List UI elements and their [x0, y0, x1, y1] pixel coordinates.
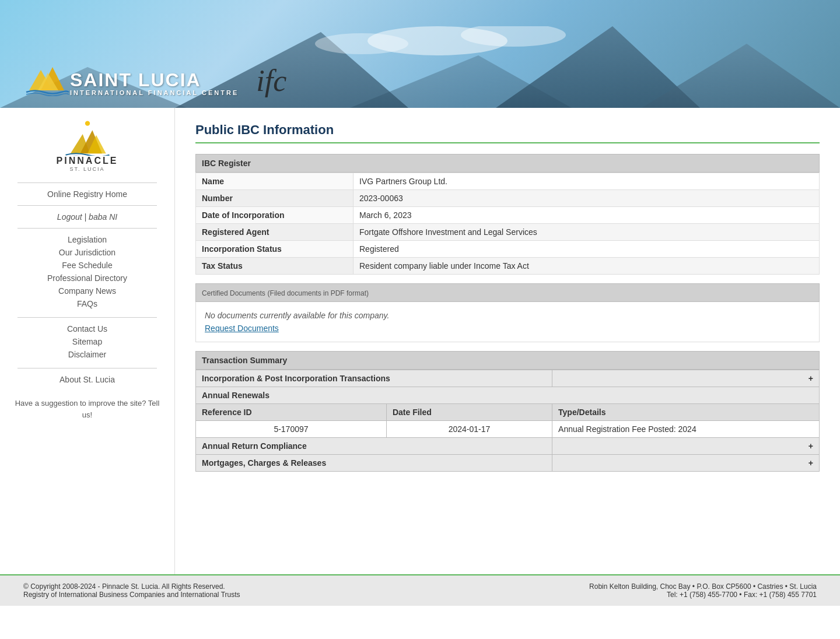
cell-date-filed: 2024-01-17: [386, 421, 552, 438]
svg-point-11: [85, 121, 89, 125]
request-docs-link[interactable]: Request Documents: [205, 324, 810, 333]
org-name: SAINT LUCIA: [70, 71, 239, 89]
footer-address: Robin Kelton Building, Choc Bay • P.O. B…: [589, 582, 817, 591]
logo-area: SAINT LUCIA INTERNATIONAL FINANCIAL CENT…: [23, 58, 286, 96]
inc-post-label: Incorporation & Post Incorporation Trans…: [196, 370, 552, 387]
org-subtitle: INTERNATIONAL FINANCIAL CENTRE: [70, 89, 239, 96]
field-value: Registered: [354, 241, 820, 258]
pinnacle-header-icon: [23, 58, 70, 96]
footer-registry: Registry of International Business Compa…: [23, 591, 240, 599]
col-type-details: Type/Details: [552, 404, 820, 421]
content-area: Public IBC Information IBC Register Name…: [175, 108, 840, 574]
field-label: Tax Status: [196, 258, 354, 275]
field-label: Number: [196, 190, 354, 207]
sidebar-logout-area: Logout | baba NI: [57, 210, 117, 223]
svg-marker-2: [642, 44, 840, 108]
sidebar-online-registry[interactable]: Online Registry Home: [47, 188, 127, 201]
annual-return-label: Annual Return Compliance: [196, 438, 552, 455]
ibc-field-row: Date of IncorporationMarch 6, 2023: [196, 207, 820, 224]
sidebar-suggestion: Have a suggestion to improve the site? T…: [0, 386, 174, 420]
inc-post-row: Incorporation & Post Incorporation Trans…: [196, 370, 820, 387]
main-wrapper: PINNACLE ST. LUCIA Online Registry Home …: [0, 108, 840, 574]
header: SAINT LUCIA INTERNATIONAL FINANCIAL CENT…: [0, 0, 840, 108]
certified-docs-sub: (Filed documents in PDF format): [268, 289, 369, 297]
sidebar-item-contact-us[interactable]: Contact Us: [67, 322, 107, 335]
logout-separator: |: [85, 212, 89, 222]
field-label: Date of Incorporation: [196, 207, 354, 224]
sidebar-item-faqs[interactable]: FAQs: [77, 297, 97, 310]
sidebar-logo-text: PINNACLE: [57, 156, 118, 166]
footer-tel: Tel: +1 (758) 455-7700 • Fax: +1 (758) 4…: [589, 591, 817, 599]
sidebar-divider-4: [18, 317, 157, 318]
sidebar-item-professional-directory[interactable]: Professional Directory: [47, 272, 127, 285]
no-docs-text: No documents currently available for thi…: [205, 311, 389, 320]
cell-ref-id: 5-170097: [196, 421, 387, 438]
field-value: Resident company liable under Income Tax…: [354, 258, 820, 275]
sidebar-divider-5: [18, 368, 157, 368]
field-value: 2023-00063: [354, 190, 820, 207]
field-value: March 6, 2023: [354, 207, 820, 224]
footer: © Copyright 2008-2024 - Pinnacle St. Luc…: [0, 574, 840, 606]
table-col-headers: Reference ID Date Filed Type/Details: [196, 404, 820, 421]
ibc-field-row: Incorporation StatusRegistered: [196, 241, 820, 258]
sidebar-item-sitemap[interactable]: Sitemap: [72, 335, 102, 348]
field-label: Name: [196, 173, 354, 190]
sidebar-nav-2: Contact Us Sitemap Disclaimer: [0, 322, 174, 361]
sidebar-divider-2: [18, 205, 157, 206]
pinnacle-logo: PINNACLE ST. LUCIA: [55, 120, 120, 172]
transaction-summary-header: Transaction Summary: [195, 351, 820, 370]
sidebar-item-company-news[interactable]: Company News: [58, 285, 116, 297]
certified-docs-title: Certified Documents: [202, 289, 265, 297]
footer-copyright: © Copyright 2008-2024 - Pinnacle St. Luc…: [23, 582, 240, 591]
ibc-field-row: Tax StatusResident company liable under …: [196, 258, 820, 275]
certified-docs-body: No documents currently available for thi…: [195, 302, 820, 342]
sidebar-nav-1: Legislation Our Jurisdiction Fee Schedul…: [0, 233, 174, 310]
inc-post-expand[interactable]: +: [552, 370, 820, 387]
pinnacle-logo-icon: [61, 120, 114, 156]
table-row: 5-170097 2024-01-17 Annual Registration …: [196, 421, 820, 438]
col-ref-id: Reference ID: [196, 404, 387, 421]
certified-docs-header: Certified Documents (Filed documents in …: [195, 283, 820, 302]
sidebar-item-legislation[interactable]: Legislation: [68, 233, 107, 246]
footer-left: © Copyright 2008-2024 - Pinnacle St. Luc…: [23, 582, 240, 599]
sidebar-item-our-jurisdiction[interactable]: Our Jurisdiction: [59, 246, 116, 259]
annual-renewals-row: Annual Renewals: [196, 387, 820, 404]
mortgages-row: Mortgages, Charges & Releases +: [196, 455, 820, 472]
transaction-table: Incorporation & Post Incorporation Trans…: [195, 370, 820, 472]
ibc-info-table: NameIVG Partners Group Ltd.Number2023-00…: [195, 173, 820, 275]
ibc-field-row: NameIVG Partners Group Ltd.: [196, 173, 820, 190]
user-name: baba NI: [89, 212, 117, 222]
sidebar: PINNACLE ST. LUCIA Online Registry Home …: [0, 108, 175, 574]
field-value: Fortgate Offshore Investment and Legal S…: [354, 224, 820, 241]
ibc-register-header: IBC Register: [195, 154, 820, 173]
annual-return-row: Annual Return Compliance +: [196, 438, 820, 455]
field-label: Incorporation Status: [196, 241, 354, 258]
mortgages-label: Mortgages, Charges & Releases: [196, 455, 552, 472]
footer-right: Robin Kelton Building, Choc Bay • P.O. B…: [589, 582, 817, 599]
sidebar-item-fee-schedule[interactable]: Fee Schedule: [62, 259, 112, 272]
col-date-filed: Date Filed: [386, 404, 552, 421]
sl-logo: SAINT LUCIA INTERNATIONAL FINANCIAL CENT…: [70, 71, 239, 96]
sidebar-item-about[interactable]: About St. Lucia: [60, 373, 115, 386]
annual-renewals-label: Annual Renewals: [196, 387, 820, 404]
cell-type-details: Annual Registration Fee Posted: 2024: [552, 421, 820, 438]
field-label: Registered Agent: [196, 224, 354, 241]
ibc-field-row: Number2023-00063: [196, 190, 820, 207]
logout-label[interactable]: Logout: [57, 212, 82, 222]
sidebar-divider-1: [18, 182, 157, 183]
sidebar-item-disclaimer[interactable]: Disclaimer: [68, 348, 106, 361]
page-title: Public IBC Information: [195, 122, 820, 138]
annual-return-expand[interactable]: +: [552, 438, 820, 455]
title-underline: [195, 142, 820, 143]
field-value: IVG Partners Group Ltd.: [354, 173, 820, 190]
sidebar-logo-sub: ST. LUCIA: [69, 166, 104, 172]
ibc-field-row: Registered AgentFortgate Offshore Invest…: [196, 224, 820, 241]
svg-point-7: [315, 33, 408, 54]
mortgages-expand[interactable]: +: [552, 455, 820, 472]
ifc-logo: ifc: [256, 66, 286, 96]
sidebar-divider-3: [18, 228, 157, 229]
